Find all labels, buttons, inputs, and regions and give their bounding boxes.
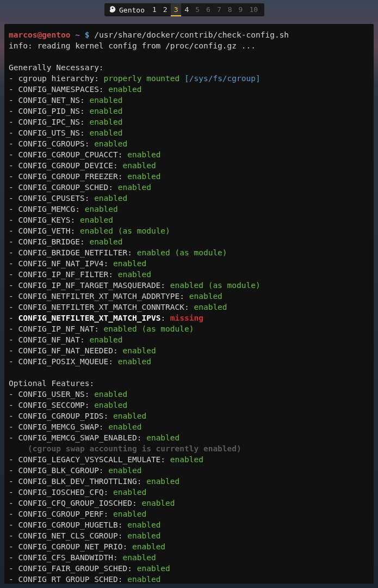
config-line: - CONFIG_CGROUP_NET_PRIO: enabled xyxy=(9,541,369,552)
config-line: - CONFIG_RT_GROUP_SCHED: enabled xyxy=(9,574,369,584)
config-line: - CONFIG_UTS_NS: enabled xyxy=(9,127,369,138)
config-line: - CONFIG_CFQ_GROUP_IOSCHED: enabled xyxy=(9,498,369,509)
config-line: - CONFIG_IOSCHED_CFQ: enabled xyxy=(9,487,369,498)
config-line: - CONFIG_CGROUP_CPUACCT: enabled xyxy=(9,149,369,160)
workspace-numbers: 12345678910 xyxy=(149,3,261,16)
workspace-tab-5[interactable]: 5 xyxy=(192,3,203,16)
config-line: - CONFIG_NAMESPACES: enabled xyxy=(9,84,369,95)
section-header-2: Optional Features: xyxy=(9,378,369,389)
workspace-tab-3[interactable]: 3 xyxy=(171,3,182,16)
config-line: - CONFIG_NETFILTER_XT_MATCH_IPVS: missin… xyxy=(9,313,369,323)
config-line: - CONFIG_KEYS: enabled xyxy=(9,215,369,225)
config-line: - CONFIG_BRIDGE_NETFILTER: enabled (as m… xyxy=(9,247,369,258)
prompt-path: ~ xyxy=(75,30,80,39)
config-line: - CONFIG_MEMCG: enabled xyxy=(9,204,369,215)
prompt-line: marcos@gentoo ~ $ /usr/share/docker/cont… xyxy=(9,29,369,40)
prompt-symbol: $ xyxy=(85,30,90,39)
config-line: - CONFIG_CGROUP_DEVICE: enabled xyxy=(9,160,369,171)
section-header-1: Generally Necessary: xyxy=(9,62,369,73)
config-line: - CONFIG_SECCOMP: enabled xyxy=(9,400,369,411)
workspace-tab-8[interactable]: 8 xyxy=(225,3,236,16)
info-line: info: reading kernel config from /proc/c… xyxy=(9,40,369,51)
config-line: - CONFIG_NET_CLS_CGROUP: enabled xyxy=(9,530,369,541)
config-line: - CONFIG_NET_NS: enabled xyxy=(9,95,369,106)
config-line: - CONFIG_VETH: enabled (as module) xyxy=(9,225,369,236)
config-line: - CONFIG_NF_NAT_IPV4: enabled xyxy=(9,258,369,269)
config-line: - CONFIG_USER_NS: enabled xyxy=(9,389,369,400)
tabbar-title-text: Gentoo xyxy=(119,6,145,14)
workspace-tab-2[interactable]: 2 xyxy=(160,3,171,16)
config-line: - CONFIG_CGROUP_PERF: enabled xyxy=(9,509,369,519)
config-line: - CONFIG_NF_NAT_NEEDED: enabled xyxy=(9,345,369,356)
workspace-tab-4[interactable]: 4 xyxy=(181,3,192,16)
workspace-tab-1[interactable]: 1 xyxy=(149,3,160,16)
workspace-tab-7[interactable]: 7 xyxy=(214,3,225,16)
config-line: - CONFIG_IP_NF_TARGET_MASQUERADE: enable… xyxy=(9,280,369,291)
workspace-tab-6[interactable]: 6 xyxy=(203,3,214,16)
config-line: - CONFIG_BRIDGE: enabled xyxy=(9,236,369,247)
config-line: - CONFIG_CGROUP_FREEZER: enabled xyxy=(9,171,369,182)
config-line: - CONFIG_IP_NF_FILTER: enabled xyxy=(9,269,369,280)
config-line: - CONFIG_FAIR_GROUP_SCHED: enabled xyxy=(9,563,369,574)
config-line: - CONFIG_BLK_DEV_THROTTLING: enabled xyxy=(9,476,369,487)
config-line: - CONFIG_CFS_BANDWIDTH: enabled xyxy=(9,552,369,563)
config-line: - CONFIG_MEMCG_SWAP_ENABLED: enabled xyxy=(9,432,369,443)
config-line: - CONFIG_NF_NAT: enabled xyxy=(9,334,369,345)
terminal[interactable]: marcos@gentoo ~ $ /usr/share/docker/cont… xyxy=(4,24,374,584)
workspace-tabbar: Gentoo 12345678910 xyxy=(104,3,264,16)
gentoo-icon xyxy=(109,5,116,15)
config-line: - CONFIG_IPC_NS: enabled xyxy=(9,117,369,127)
config-line: - CONFIG_CGROUP_HUGETLB: enabled xyxy=(9,519,369,530)
config-line: - CONFIG_CGROUP_SCHED: enabled xyxy=(9,182,369,193)
config-line: - CONFIG_IP_NF_NAT: enabled (as module) xyxy=(9,323,369,334)
cgroup-line: - cgroup hierarchy: properly mounted [/s… xyxy=(9,73,369,84)
tabbar-title: Gentoo xyxy=(108,5,149,15)
section1-items: - CONFIG_NAMESPACES: enabled- CONFIG_NET… xyxy=(9,84,369,367)
config-note: (cgroup swap accounting is currently ena… xyxy=(9,443,369,454)
workspace-tab-9[interactable]: 9 xyxy=(236,3,246,16)
config-line: - CONFIG_CGROUPS: enabled xyxy=(9,138,369,149)
config-line: - CONFIG_POSIX_MQUEUE: enabled xyxy=(9,356,369,367)
config-line: - CONFIG_CPUSETS: enabled xyxy=(9,193,369,204)
config-line: - CONFIG_NETFILTER_XT_MATCH_CONNTRACK: e… xyxy=(9,302,369,313)
command-text: /usr/share/docker/contrib/check-config.s… xyxy=(94,30,289,39)
workspace-tab-10[interactable]: 10 xyxy=(246,3,261,16)
config-line: - CONFIG_LEGACY_VSYSCALL_EMULATE: enable… xyxy=(9,454,369,465)
prompt-user: marcos@gentoo xyxy=(9,30,71,39)
config-line: - CONFIG_CGROUP_PIDS: enabled xyxy=(9,411,369,421)
config-line: - CONFIG_NETFILTER_XT_MATCH_ADDRTYPE: en… xyxy=(9,291,369,302)
config-line: - CONFIG_MEMCG_SWAP: enabled xyxy=(9,421,369,432)
config-line: - CONFIG_PID_NS: enabled xyxy=(9,106,369,117)
section2-items: - CONFIG_USER_NS: enabled- CONFIG_SECCOM… xyxy=(9,389,369,584)
config-line: - CONFIG_BLK_CGROUP: enabled xyxy=(9,465,369,476)
